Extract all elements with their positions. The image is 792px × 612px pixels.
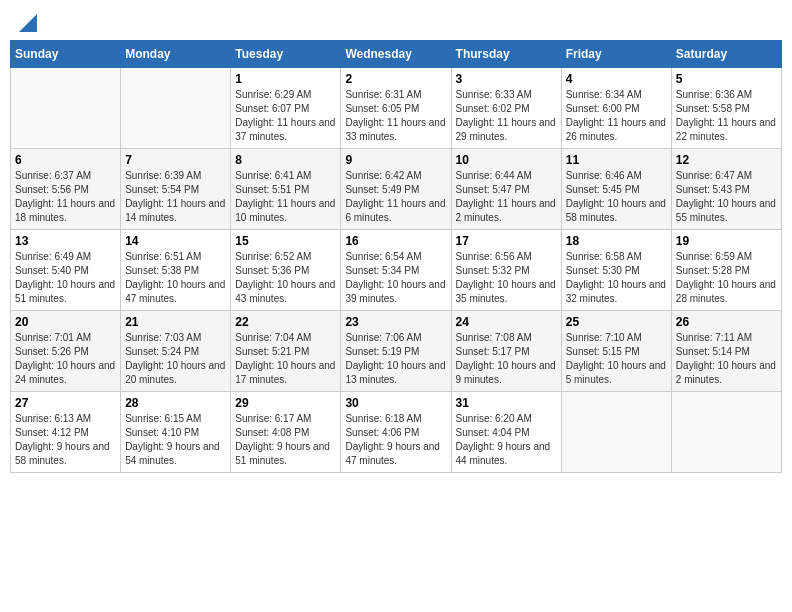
day-number: 10 — [456, 153, 557, 167]
day-info: Sunrise: 6:56 AMSunset: 5:32 PMDaylight:… — [456, 250, 557, 306]
svg-marker-0 — [19, 14, 37, 32]
page-header — [10, 10, 782, 32]
calendar-day-cell: 30Sunrise: 6:18 AMSunset: 4:06 PMDayligh… — [341, 392, 451, 473]
day-of-week-header: Thursday — [451, 41, 561, 68]
calendar-day-cell: 11Sunrise: 6:46 AMSunset: 5:45 PMDayligh… — [561, 149, 671, 230]
day-number: 12 — [676, 153, 777, 167]
calendar-day-cell — [561, 392, 671, 473]
day-number: 27 — [15, 396, 116, 410]
calendar-day-cell: 23Sunrise: 7:06 AMSunset: 5:19 PMDayligh… — [341, 311, 451, 392]
calendar-week-row: 27Sunrise: 6:13 AMSunset: 4:12 PMDayligh… — [11, 392, 782, 473]
calendar-day-cell: 31Sunrise: 6:20 AMSunset: 4:04 PMDayligh… — [451, 392, 561, 473]
calendar-week-row: 13Sunrise: 6:49 AMSunset: 5:40 PMDayligh… — [11, 230, 782, 311]
day-info: Sunrise: 6:42 AMSunset: 5:49 PMDaylight:… — [345, 169, 446, 225]
calendar-table: SundayMondayTuesdayWednesdayThursdayFrid… — [10, 40, 782, 473]
day-number: 17 — [456, 234, 557, 248]
calendar-day-cell: 17Sunrise: 6:56 AMSunset: 5:32 PMDayligh… — [451, 230, 561, 311]
day-info: Sunrise: 6:46 AMSunset: 5:45 PMDaylight:… — [566, 169, 667, 225]
day-info: Sunrise: 6:37 AMSunset: 5:56 PMDaylight:… — [15, 169, 116, 225]
calendar-day-cell: 7Sunrise: 6:39 AMSunset: 5:54 PMDaylight… — [121, 149, 231, 230]
calendar-day-cell: 1Sunrise: 6:29 AMSunset: 6:07 PMDaylight… — [231, 68, 341, 149]
day-number: 22 — [235, 315, 336, 329]
calendar-day-cell: 6Sunrise: 6:37 AMSunset: 5:56 PMDaylight… — [11, 149, 121, 230]
calendar-day-cell: 9Sunrise: 6:42 AMSunset: 5:49 PMDaylight… — [341, 149, 451, 230]
calendar-day-cell: 20Sunrise: 7:01 AMSunset: 5:26 PMDayligh… — [11, 311, 121, 392]
day-number: 7 — [125, 153, 226, 167]
day-number: 18 — [566, 234, 667, 248]
day-info: Sunrise: 6:36 AMSunset: 5:58 PMDaylight:… — [676, 88, 777, 144]
day-number: 21 — [125, 315, 226, 329]
day-info: Sunrise: 6:18 AMSunset: 4:06 PMDaylight:… — [345, 412, 446, 468]
day-of-week-header: Tuesday — [231, 41, 341, 68]
calendar-day-cell: 27Sunrise: 6:13 AMSunset: 4:12 PMDayligh… — [11, 392, 121, 473]
day-number: 16 — [345, 234, 446, 248]
day-number: 26 — [676, 315, 777, 329]
calendar-day-cell: 21Sunrise: 7:03 AMSunset: 5:24 PMDayligh… — [121, 311, 231, 392]
day-number: 9 — [345, 153, 446, 167]
day-info: Sunrise: 6:13 AMSunset: 4:12 PMDaylight:… — [15, 412, 116, 468]
day-info: Sunrise: 6:59 AMSunset: 5:28 PMDaylight:… — [676, 250, 777, 306]
day-of-week-header: Wednesday — [341, 41, 451, 68]
calendar-day-cell: 4Sunrise: 6:34 AMSunset: 6:00 PMDaylight… — [561, 68, 671, 149]
calendar-day-cell: 3Sunrise: 6:33 AMSunset: 6:02 PMDaylight… — [451, 68, 561, 149]
calendar-day-cell: 15Sunrise: 6:52 AMSunset: 5:36 PMDayligh… — [231, 230, 341, 311]
calendar-week-row: 20Sunrise: 7:01 AMSunset: 5:26 PMDayligh… — [11, 311, 782, 392]
day-info: Sunrise: 7:08 AMSunset: 5:17 PMDaylight:… — [456, 331, 557, 387]
calendar-day-cell: 19Sunrise: 6:59 AMSunset: 5:28 PMDayligh… — [671, 230, 781, 311]
day-info: Sunrise: 7:03 AMSunset: 5:24 PMDaylight:… — [125, 331, 226, 387]
day-number: 29 — [235, 396, 336, 410]
calendar-day-cell: 16Sunrise: 6:54 AMSunset: 5:34 PMDayligh… — [341, 230, 451, 311]
day-number: 28 — [125, 396, 226, 410]
day-info: Sunrise: 6:39 AMSunset: 5:54 PMDaylight:… — [125, 169, 226, 225]
day-number: 15 — [235, 234, 336, 248]
day-number: 30 — [345, 396, 446, 410]
day-info: Sunrise: 7:01 AMSunset: 5:26 PMDaylight:… — [15, 331, 116, 387]
day-info: Sunrise: 7:04 AMSunset: 5:21 PMDaylight:… — [235, 331, 336, 387]
day-info: Sunrise: 6:33 AMSunset: 6:02 PMDaylight:… — [456, 88, 557, 144]
day-info: Sunrise: 6:41 AMSunset: 5:51 PMDaylight:… — [235, 169, 336, 225]
calendar-day-cell: 10Sunrise: 6:44 AMSunset: 5:47 PMDayligh… — [451, 149, 561, 230]
calendar-header-row: SundayMondayTuesdayWednesdayThursdayFrid… — [11, 41, 782, 68]
day-number: 3 — [456, 72, 557, 86]
logo-triangle-icon — [19, 14, 37, 32]
day-info: Sunrise: 6:52 AMSunset: 5:36 PMDaylight:… — [235, 250, 336, 306]
calendar-day-cell: 8Sunrise: 6:41 AMSunset: 5:51 PMDaylight… — [231, 149, 341, 230]
day-number: 23 — [345, 315, 446, 329]
calendar-day-cell: 14Sunrise: 6:51 AMSunset: 5:38 PMDayligh… — [121, 230, 231, 311]
day-number: 2 — [345, 72, 446, 86]
day-info: Sunrise: 6:58 AMSunset: 5:30 PMDaylight:… — [566, 250, 667, 306]
calendar-day-cell: 25Sunrise: 7:10 AMSunset: 5:15 PMDayligh… — [561, 311, 671, 392]
calendar-day-cell: 28Sunrise: 6:15 AMSunset: 4:10 PMDayligh… — [121, 392, 231, 473]
day-info: Sunrise: 6:47 AMSunset: 5:43 PMDaylight:… — [676, 169, 777, 225]
calendar-day-cell: 18Sunrise: 6:58 AMSunset: 5:30 PMDayligh… — [561, 230, 671, 311]
day-info: Sunrise: 6:20 AMSunset: 4:04 PMDaylight:… — [456, 412, 557, 468]
calendar-day-cell: 29Sunrise: 6:17 AMSunset: 4:08 PMDayligh… — [231, 392, 341, 473]
calendar-week-row: 1Sunrise: 6:29 AMSunset: 6:07 PMDaylight… — [11, 68, 782, 149]
day-of-week-header: Saturday — [671, 41, 781, 68]
day-number: 14 — [125, 234, 226, 248]
day-info: Sunrise: 6:34 AMSunset: 6:00 PMDaylight:… — [566, 88, 667, 144]
day-info: Sunrise: 6:17 AMSunset: 4:08 PMDaylight:… — [235, 412, 336, 468]
day-info: Sunrise: 6:29 AMSunset: 6:07 PMDaylight:… — [235, 88, 336, 144]
day-info: Sunrise: 6:31 AMSunset: 6:05 PMDaylight:… — [345, 88, 446, 144]
day-info: Sunrise: 6:44 AMSunset: 5:47 PMDaylight:… — [456, 169, 557, 225]
day-info: Sunrise: 7:06 AMSunset: 5:19 PMDaylight:… — [345, 331, 446, 387]
day-info: Sunrise: 6:15 AMSunset: 4:10 PMDaylight:… — [125, 412, 226, 468]
day-info: Sunrise: 6:54 AMSunset: 5:34 PMDaylight:… — [345, 250, 446, 306]
day-number: 8 — [235, 153, 336, 167]
calendar-day-cell: 12Sunrise: 6:47 AMSunset: 5:43 PMDayligh… — [671, 149, 781, 230]
day-number: 5 — [676, 72, 777, 86]
day-number: 1 — [235, 72, 336, 86]
day-number: 20 — [15, 315, 116, 329]
day-info: Sunrise: 7:10 AMSunset: 5:15 PMDaylight:… — [566, 331, 667, 387]
day-info: Sunrise: 6:49 AMSunset: 5:40 PMDaylight:… — [15, 250, 116, 306]
day-of-week-header: Monday — [121, 41, 231, 68]
day-of-week-header: Sunday — [11, 41, 121, 68]
day-number: 25 — [566, 315, 667, 329]
calendar-day-cell: 22Sunrise: 7:04 AMSunset: 5:21 PMDayligh… — [231, 311, 341, 392]
calendar-day-cell — [121, 68, 231, 149]
calendar-week-row: 6Sunrise: 6:37 AMSunset: 5:56 PMDaylight… — [11, 149, 782, 230]
day-info: Sunrise: 6:51 AMSunset: 5:38 PMDaylight:… — [125, 250, 226, 306]
calendar-day-cell: 5Sunrise: 6:36 AMSunset: 5:58 PMDaylight… — [671, 68, 781, 149]
calendar-day-cell: 24Sunrise: 7:08 AMSunset: 5:17 PMDayligh… — [451, 311, 561, 392]
